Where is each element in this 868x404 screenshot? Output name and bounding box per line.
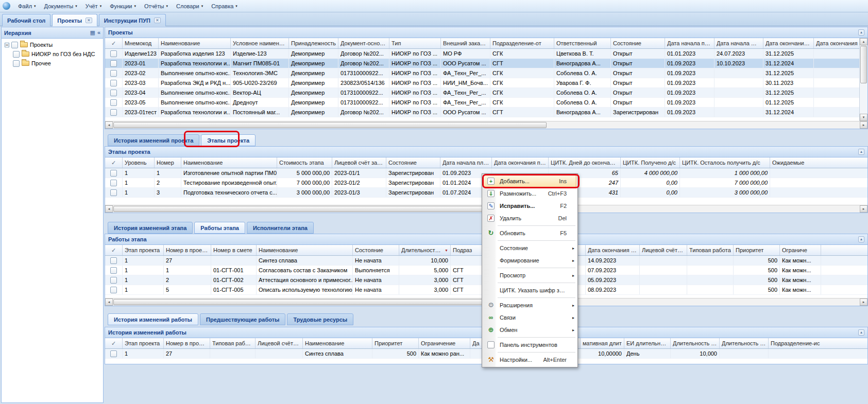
column-header[interactable]: Номер [155, 157, 181, 168]
column-header[interactable]: Этап проекта [123, 245, 164, 255]
table-row[interactable]: 2023-03Разработка ЭКД и РКД н...905-U020… [105, 78, 867, 88]
tab-item[interactable]: Рабочий стол [2, 14, 50, 26]
row-checkbox[interactable] [110, 109, 117, 116]
tree-checkbox[interactable] [13, 60, 20, 67]
column-header[interactable]: ✓ [105, 245, 123, 255]
scrollbar-thumb[interactable] [113, 122, 547, 128]
tab-item[interactable]: Работы этапа [194, 222, 245, 234]
column-header[interactable]: Мнемокод [123, 38, 159, 48]
column-header[interactable]: Ограничение [419, 338, 470, 348]
scrollbar-track[interactable] [860, 45, 867, 114]
panel-collapse-icon[interactable]: ▴ [858, 149, 864, 155]
scroll-up-icon[interactable]: ▴ [860, 38, 867, 45]
column-header[interactable]: ЦИТК. Осталось получить д/с [680, 157, 770, 168]
row-checkbox[interactable] [110, 257, 117, 264]
column-header[interactable]: Длительность фак [720, 338, 769, 348]
column-header[interactable] [821, 245, 867, 255]
column-header[interactable]: Наименование [257, 245, 353, 255]
column-header[interactable]: Подразделение-ис [769, 338, 867, 348]
scroll-right-icon[interactable]: ▸ [860, 205, 867, 213]
column-header[interactable]: Дата начала факт [714, 38, 763, 48]
column-header[interactable]: Дата начала план. [665, 38, 714, 48]
menubar-item[interactable]: Функции▾ [106, 2, 140, 11]
column-header[interactable]: Номер в смете [211, 245, 257, 255]
column-header[interactable]: Подразделение-от [490, 38, 554, 48]
column-header[interactable]: Типовая работа [210, 338, 256, 348]
column-header[interactable]: Уровень [123, 157, 155, 168]
horizontal-scrollbar[interactable]: ◂ ▸ [105, 121, 867, 129]
tab-item[interactable]: Проекты✕ [52, 14, 97, 26]
tab-item[interactable]: Трудовые ресурсы [287, 313, 353, 325]
menu-item[interactable]: Формирование▸ [483, 254, 576, 267]
row-checkbox[interactable] [110, 267, 117, 274]
menu-item[interactable]: ⚒Настройки...Alt+Enter [483, 354, 576, 366]
tree-checkbox[interactable] [11, 42, 18, 48]
table-row[interactable]: 2023-05Выполнение опытно-конс...Дредноут… [105, 98, 867, 108]
panel-collapse-icon[interactable]: ▴ [858, 329, 864, 336]
menu-item[interactable]: ✎Исправить...F2 [483, 200, 576, 212]
column-header[interactable]: Приоритет [734, 245, 780, 255]
column-header[interactable]: Условное наименова [231, 38, 289, 48]
row-checkbox[interactable] [110, 180, 117, 186]
column-header[interactable]: Принадлежность [289, 38, 338, 48]
column-header[interactable]: ЦИТК. Получено д/с [621, 157, 680, 168]
menu-item[interactable]: ⇓Размножить...Ctrl+F3 [483, 187, 576, 200]
scrollbar-thumb[interactable] [860, 46, 867, 83]
table-row[interactable]: 2023-04Выполнение опытно-конс...Вектор-А… [105, 88, 867, 98]
column-header[interactable]: Дата начала план [440, 157, 492, 168]
column-header[interactable]: Лицевой счёт затр [640, 245, 687, 255]
column-header[interactable]: Приоритет [372, 338, 419, 348]
panel-collapse-icon[interactable]: ▴ [858, 29, 864, 36]
column-header[interactable]: Этап проекта [123, 338, 164, 348]
menu-item[interactable]: ЦИТК. Указать шифр затрат... [483, 284, 576, 296]
table-row[interactable]: 2023-02Выполнение опытно-конс...Технолог… [105, 68, 867, 78]
column-header[interactable]: Дата окончания план [492, 157, 549, 168]
scroll-left-icon[interactable]: ◂ [105, 298, 113, 306]
table-row[interactable]: 2023-01Разработка технологии и...Магнит … [105, 59, 867, 68]
column-header[interactable]: Длительность план▼ [399, 245, 451, 255]
column-header[interactable]: Состояние [386, 157, 440, 168]
row-checkbox[interactable] [110, 287, 117, 293]
scroll-right-icon[interactable]: ▸ [860, 121, 867, 129]
tab-item[interactable]: История изменений проекта [108, 134, 199, 146]
menu-item[interactable]: ⚙Расширения▸ [483, 299, 576, 311]
scrollbar-track[interactable] [113, 121, 860, 129]
tree-item[interactable]: НИОКР по ГОЗ без НДС [3, 49, 102, 59]
tree-item[interactable]: Проекты [3, 40, 102, 49]
column-header[interactable]: Номер в проекте [164, 338, 210, 348]
menu-item[interactable]: Просмотр▸ [483, 269, 576, 282]
menu-item[interactable]: Состояние▸ [483, 242, 576, 254]
column-header[interactable]: Ограниче [780, 245, 821, 255]
column-header[interactable]: Лицевой счёт затр [256, 338, 303, 348]
menubar-item[interactable]: Учёт▾ [82, 2, 105, 11]
column-header[interactable]: Ожидаемые [770, 157, 867, 168]
tree-item[interactable]: Прочее [3, 59, 102, 68]
column-header[interactable]: Состояние [611, 38, 665, 48]
scroll-left-icon[interactable]: ◂ [105, 205, 113, 213]
tab-item[interactable]: История изменений этапа [108, 222, 193, 234]
column-header[interactable]: Внешний заказчик [441, 38, 490, 48]
column-header[interactable]: мативная длит [581, 338, 624, 348]
tab-item[interactable]: Этапы проекта [201, 134, 256, 146]
column-header[interactable]: Длительность пла [671, 338, 720, 348]
column-header[interactable]: ✓ [105, 338, 123, 348]
scroll-down-icon[interactable]: ▾ [860, 114, 867, 121]
column-header[interactable]: ЦИТК. Дней до окончания [549, 157, 621, 168]
menu-item[interactable]: ⊕Обмен▸ [483, 324, 576, 336]
column-header[interactable]: Тип [389, 38, 441, 48]
column-header[interactable]: Дата окончания пл [763, 38, 814, 48]
scroll-left-icon[interactable]: ◂ [105, 121, 113, 129]
tab-item[interactable]: Инструкции ПУП✕ [99, 14, 166, 26]
row-checkbox[interactable] [110, 50, 117, 57]
column-header[interactable]: Документ-основан [338, 38, 389, 48]
collapse-sidebar-icon[interactable]: « [97, 30, 100, 36]
column-header[interactable]: Состояние [353, 245, 399, 255]
menu-item[interactable]: ∞Связи▸ [483, 311, 576, 324]
menu-item[interactable]: ✗УдалитьDel [483, 212, 576, 224]
tree-checkbox[interactable] [13, 51, 20, 58]
close-icon[interactable]: ✕ [154, 17, 161, 23]
column-header[interactable]: Лицевой счёт затрат [332, 157, 386, 168]
table-row[interactable]: Изделие123Разработка изделия 123Изделие-… [105, 49, 867, 59]
column-header[interactable]: ✓ [105, 38, 123, 48]
close-icon[interactable]: ✕ [86, 17, 92, 23]
